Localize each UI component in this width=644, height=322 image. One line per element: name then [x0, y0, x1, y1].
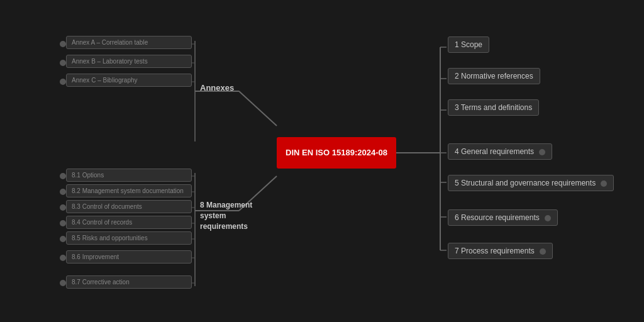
- svg-point-33: [60, 255, 66, 261]
- svg-point-27: [60, 79, 66, 85]
- mgmt-6-label: 8.6 Improvement: [72, 253, 119, 260]
- svg-point-25: [60, 41, 66, 47]
- svg-point-29: [60, 189, 66, 195]
- center-node[interactable]: DIN EN ISO 15189:2024-08: [277, 137, 396, 169]
- annex-2-label: Annex B – Laboratory tests: [72, 58, 148, 65]
- mgmt-5-label: 8.5 Risks and opportunities: [72, 235, 148, 242]
- node-resource[interactable]: 6 Resource requirements: [448, 209, 558, 226]
- svg-point-28: [60, 173, 66, 179]
- node-structural-label: 5 Structural and governance requirements: [455, 179, 596, 187]
- node-normative-label: 2 Normative references: [455, 72, 533, 80]
- annex-node-3[interactable]: Annex C – Bibliography: [66, 74, 192, 87]
- mgmt-node-1[interactable]: 8.1 Options: [66, 169, 192, 182]
- node-normative[interactable]: 2 Normative references: [448, 68, 540, 84]
- mgmt-node-4[interactable]: 8.4 Control of records: [66, 216, 192, 229]
- mgmt-node-2[interactable]: 8.2 Management system documentation: [66, 184, 192, 197]
- node-resource-icon: [545, 215, 551, 221]
- svg-point-34: [60, 280, 66, 286]
- node-structural-icon: [601, 180, 607, 187]
- node-scope-label: 1 Scope: [455, 40, 482, 49]
- annex-node-1[interactable]: Annex A – Correlation table: [66, 36, 192, 49]
- svg-point-31: [60, 220, 66, 226]
- svg-point-30: [60, 204, 66, 211]
- node-process-icon: [540, 248, 546, 255]
- annex-node-2[interactable]: Annex B – Laboratory tests: [66, 55, 192, 68]
- svg-point-32: [60, 236, 66, 242]
- mgmt-node-3[interactable]: 8.3 Control of documents: [66, 200, 192, 213]
- annex-3-label: Annex C – Bibliography: [72, 77, 138, 84]
- annexes-label: Annexes: [200, 83, 234, 92]
- node-resource-label: 6 Resource requirements: [455, 213, 540, 222]
- node-process-label: 7 Process requirements: [455, 247, 535, 255]
- mgmt-7-label: 8.7 Corrective action: [72, 279, 130, 286]
- mgmt-4-label: 8.4 Control of records: [72, 219, 132, 226]
- svg-point-26: [60, 60, 66, 66]
- mgmt-node-6[interactable]: 8.6 Improvement: [66, 250, 192, 264]
- node-terms-label: 3 Terms and definitions: [455, 103, 532, 112]
- mgmt-1-label: 8.1 Options: [72, 172, 104, 179]
- node-structural[interactable]: 5 Structural and governance requirements: [448, 175, 614, 191]
- node-scope[interactable]: 1 Scope: [448, 36, 489, 53]
- mgmt-2-label: 8.2 Management system documentation: [72, 187, 184, 194]
- node-process[interactable]: 7 Process requirements: [448, 243, 553, 259]
- node-terms[interactable]: 3 Terms and definitions: [448, 99, 539, 116]
- node-general-label: 4 General requirements: [455, 147, 534, 156]
- node-general-icon: [539, 149, 545, 155]
- center-label: DIN EN ISO 15189:2024-08: [286, 148, 387, 158]
- mgmt-label: 8 Managementsystemrequirements: [200, 200, 252, 231]
- mgmt-node-7[interactable]: 8.7 Corrective action: [66, 275, 192, 289]
- annex-1-label: Annex A – Correlation table: [72, 39, 148, 46]
- svg-line-9: [239, 91, 277, 126]
- node-general[interactable]: 4 General requirements: [448, 143, 552, 160]
- mgmt-3-label: 8.3 Control of documents: [72, 203, 142, 210]
- mgmt-node-5[interactable]: 8.5 Risks and opportunities: [66, 231, 192, 245]
